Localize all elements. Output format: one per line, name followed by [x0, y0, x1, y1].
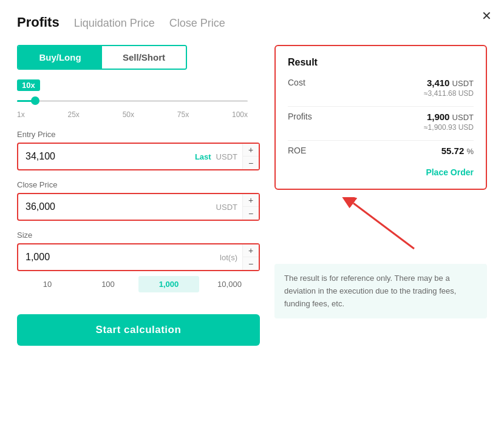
arrow-annotation — [274, 197, 487, 252]
entry-price-input-wrapper: Last USDT + − — [17, 143, 260, 170]
leverage-slider[interactable] — [17, 93, 248, 108]
buy-long-button[interactable]: Buy/Long — [18, 46, 102, 69]
size-options: 10 100 1,000 10,000 — [17, 276, 260, 292]
buy-sell-toggle: Buy/Long Sell/Short — [17, 45, 187, 70]
tabs-row: Profits Liquidation Price Close Price — [17, 15, 487, 30]
modal: ✕ Profits Liquidation Price Close Price … — [0, 0, 504, 441]
tab-profits[interactable]: Profits — [17, 15, 60, 30]
close-price-label: Close Price — [17, 180, 260, 189]
size-input-wrapper: lot(s) + − — [17, 243, 260, 271]
right-panel: Result Cost 3,410 USDT ≈3,411.68 USD Pro… — [274, 45, 487, 346]
close-price-minus[interactable]: − — [243, 207, 259, 220]
result-title: Result — [288, 57, 474, 68]
entry-price-suffix: Last — [195, 152, 216, 161]
result-box: Result Cost 3,410 USDT ≈3,411.68 USD Pro… — [274, 45, 487, 190]
profits-value: 1,900 USDT — [424, 112, 474, 122]
size-minus[interactable]: − — [243, 257, 259, 270]
red-arrow-svg — [274, 197, 481, 252]
left-panel: Buy/Long Sell/Short 10x 1x 25x 50x 75x — [17, 45, 260, 346]
size-opt-1000[interactable]: 1,000 — [138, 276, 199, 292]
place-order-link[interactable]: Place Order — [426, 167, 474, 177]
entry-price-plus[interactable]: + — [243, 144, 259, 157]
roe-value: 55.72 % — [441, 146, 474, 156]
lever-label-25x: 25x — [67, 110, 79, 119]
profits-label: Profits — [288, 112, 312, 121]
entry-price-minus[interactable]: − — [243, 157, 259, 169]
size-label: Size — [17, 231, 260, 240]
lever-label-75x: 75x — [177, 110, 189, 119]
roe-value-group: 55.72 % — [441, 146, 474, 156]
size-opt-10000[interactable]: 10,000 — [199, 276, 260, 292]
lever-label-100x: 100x — [232, 110, 248, 119]
leverage-badge[interactable]: 10x — [17, 79, 40, 91]
result-profits-row: Profits 1,900 USDT ≈1,900.93 USD — [288, 112, 474, 132]
slider-labels: 1x 25x 50x 75x 100x — [17, 110, 248, 119]
svg-line-1 — [353, 203, 414, 249]
profits-value-group: 1,900 USDT ≈1,900.93 USD — [424, 112, 474, 132]
cost-value: 3,410 USDT — [424, 78, 474, 88]
cost-value-group: 3,410 USDT ≈3,411.68 USD — [424, 78, 474, 98]
close-button[interactable]: ✕ — [482, 10, 492, 22]
lever-label-1x: 1x — [17, 110, 25, 119]
close-price-plus[interactable]: + — [243, 194, 259, 207]
cost-sub: ≈3,411.68 USD — [424, 89, 474, 98]
size-plus[interactable]: + — [243, 244, 259, 257]
sell-short-button[interactable]: Sell/Short — [102, 46, 186, 69]
size-input[interactable] — [18, 246, 220, 269]
entry-price-stepper: + − — [242, 144, 259, 169]
entry-price-label: Entry Price — [17, 130, 260, 139]
lever-label-50x: 50x — [123, 110, 134, 119]
close-price-input[interactable] — [18, 195, 216, 218]
size-group: Size lot(s) + − 10 100 1,000 10,000 — [17, 231, 260, 292]
roe-label: ROE — [288, 146, 306, 155]
close-price-stepper: + − — [242, 194, 259, 220]
disclaimer: The result is for reference only. There … — [274, 264, 487, 318]
result-cost-row: Cost 3,410 USDT ≈3,411.68 USD — [288, 78, 474, 98]
size-stepper: + − — [242, 244, 259, 270]
entry-price-input[interactable] — [18, 145, 195, 168]
profits-sub: ≈1,900.93 USD — [424, 123, 474, 132]
divider-2 — [288, 140, 474, 141]
main-layout: Buy/Long Sell/Short 10x 1x 25x 50x 75x — [17, 45, 487, 346]
slider-track — [17, 100, 248, 102]
entry-price-unit: USDT — [216, 152, 242, 161]
close-price-group: Close Price USDT + − — [17, 180, 260, 221]
size-opt-10[interactable]: 10 — [17, 276, 78, 292]
tab-liquidation[interactable]: Liquidation Price — [74, 17, 155, 30]
start-calculation-button[interactable]: Start calculation — [17, 314, 260, 346]
place-order-row: Place Order — [288, 164, 474, 178]
tab-close-price[interactable]: Close Price — [169, 17, 225, 30]
divider-1 — [288, 106, 474, 107]
slider-thumb[interactable] — [31, 96, 39, 105]
leverage-area: 10x 1x 25x 50x 75x 100x — [17, 79, 248, 119]
cost-label: Cost — [288, 78, 305, 87]
close-price-unit: USDT — [216, 203, 242, 212]
close-price-input-wrapper: USDT + − — [17, 193, 260, 221]
result-roe-row: ROE 55.72 % — [288, 146, 474, 156]
entry-price-group: Entry Price Last USDT + − — [17, 130, 260, 170]
size-opt-100[interactable]: 100 — [78, 276, 138, 292]
size-unit: lot(s) — [220, 253, 242, 262]
